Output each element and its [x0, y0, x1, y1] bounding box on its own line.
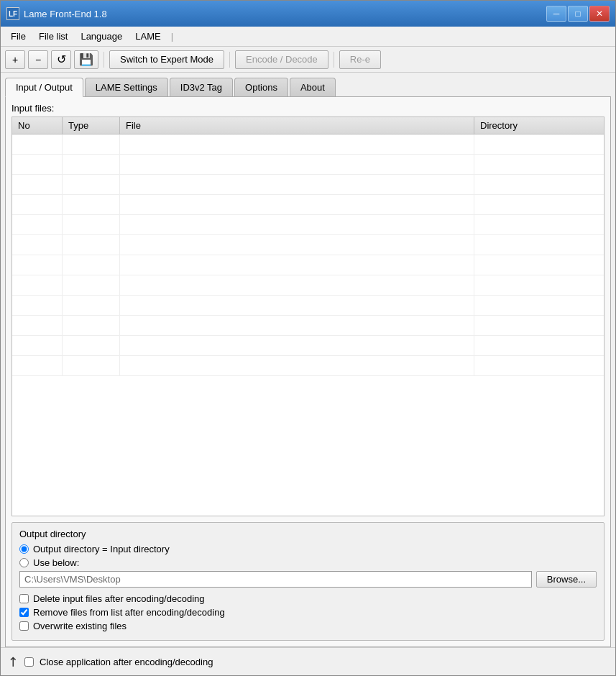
- menu-file-list[interactable]: File list: [33, 29, 73, 44]
- reencode-button[interactable]: Re-e: [339, 50, 381, 69]
- toolbar-separator-1: [104, 52, 104, 68]
- table-row[interactable]: [12, 215, 604, 235]
- title-bar: LF Lame Front-End 1.8 ─ □ ✕: [1, 1, 615, 27]
- radio-below-dir[interactable]: [19, 558, 29, 567]
- checkbox-delete-row: Delete input files after encoding/decodi…: [19, 593, 597, 604]
- col-header-directory: Directory: [474, 117, 604, 134]
- table-row[interactable]: [12, 296, 604, 316]
- radio-below-row: Use below:: [19, 557, 597, 568]
- radio-same-dir[interactable]: [19, 544, 29, 554]
- app-icon: LF: [6, 7, 19, 20]
- checkbox-delete-label: Delete input files after encoding/decodi…: [33, 593, 205, 604]
- table-row[interactable]: [12, 255, 604, 275]
- browse-button[interactable]: Browse...: [536, 571, 597, 588]
- menu-file[interactable]: File: [5, 29, 32, 44]
- toolbar-separator-2: [229, 52, 230, 68]
- tab-bar: Input / Output LAME Settings ID3v2 Tag O…: [5, 77, 611, 96]
- tab-options[interactable]: Options: [234, 78, 288, 96]
- checkbox-remove-from-list[interactable]: [19, 608, 29, 617]
- add-button[interactable]: +: [5, 50, 25, 69]
- encode-decode-button[interactable]: Encode / Decode: [235, 50, 328, 69]
- tab-about[interactable]: About: [290, 78, 336, 96]
- input-files-label: Input files:: [12, 103, 604, 114]
- close-button[interactable]: ✕: [589, 6, 610, 22]
- remove-button[interactable]: −: [28, 50, 48, 69]
- table-row[interactable]: [12, 275, 604, 296]
- checkbox-overwrite[interactable]: [19, 621, 29, 631]
- directory-row: Browse...: [19, 571, 597, 588]
- expert-mode-button[interactable]: Switch to Expert Mode: [109, 50, 224, 69]
- tab-id3v2-tag[interactable]: ID3v2 Tag: [170, 78, 233, 96]
- table-row[interactable]: [12, 175, 604, 195]
- tab-input-output[interactable]: Input / Output: [5, 78, 83, 97]
- table-row[interactable]: [12, 336, 604, 356]
- radio-below-dir-label: Use below:: [33, 557, 79, 568]
- table-header: No Type File Directory: [12, 117, 604, 134]
- checkbox-remove-label: Remove files from list after encoding/de…: [33, 607, 225, 618]
- checkbox-close-app-label: Close application after encoding/decodin…: [40, 657, 213, 667]
- checkbox-close-app[interactable]: [24, 657, 34, 667]
- col-header-file: File: [120, 117, 474, 134]
- toolbar: + − ↺ 💾 Switch to Expert Mode Encode / D…: [1, 47, 615, 73]
- table-row[interactable]: [12, 155, 604, 175]
- table-row[interactable]: [12, 235, 604, 255]
- col-header-type: Type: [63, 117, 120, 134]
- main-window: LF Lame Front-End 1.8 ─ □ ✕ File File li…: [0, 0, 616, 676]
- load-button[interactable]: ↺: [51, 50, 71, 69]
- directory-input[interactable]: [19, 571, 532, 588]
- toolbar-separator-3: [334, 52, 334, 68]
- col-header-no: No: [12, 117, 63, 134]
- maximize-button[interactable]: □: [568, 6, 588, 22]
- save-button[interactable]: 💾: [74, 50, 98, 69]
- radio-same-dir-row: Output directory = Input directory: [19, 544, 597, 554]
- title-bar-left: LF Lame Front-End 1.8: [6, 7, 107, 20]
- tab-lame-settings[interactable]: LAME Settings: [85, 78, 168, 96]
- arrow-icon: ↖: [4, 652, 22, 671]
- table-row[interactable]: [12, 356, 604, 376]
- menu-lame[interactable]: LAME: [129, 29, 166, 44]
- menu-separator: |: [168, 29, 176, 44]
- table-row[interactable]: [12, 316, 604, 336]
- tab-content-input-output: Input files: No Type File Directory: [5, 96, 611, 647]
- checkbox-remove-row: Remove files from list after encoding/de…: [19, 607, 597, 618]
- file-table: No Type File Directory: [12, 117, 604, 516]
- menu-language[interactable]: Language: [75, 29, 128, 44]
- tabs-container: Input / Output LAME Settings ID3v2 Tag O…: [1, 73, 615, 647]
- bottom-bar: ↖ Close application after encoding/decod…: [1, 647, 615, 675]
- table-body: [12, 134, 604, 516]
- minimize-button[interactable]: ─: [546, 6, 566, 22]
- output-section: Output directory Output directory = Inpu…: [12, 522, 604, 641]
- window-title: Lame Front-End 1.8: [24, 9, 107, 19]
- checkbox-overwrite-label: Overwrite existing files: [33, 621, 127, 631]
- window-controls: ─ □ ✕: [546, 6, 610, 22]
- menu-bar: File File list Language LAME |: [1, 27, 615, 47]
- output-section-title: Output directory: [19, 529, 597, 539]
- checkbox-delete-files[interactable]: [19, 594, 29, 603]
- radio-same-dir-label: Output directory = Input directory: [33, 544, 170, 554]
- table-row[interactable]: [12, 195, 604, 215]
- table-row[interactable]: [12, 134, 604, 155]
- checkbox-overwrite-row: Overwrite existing files: [19, 621, 597, 631]
